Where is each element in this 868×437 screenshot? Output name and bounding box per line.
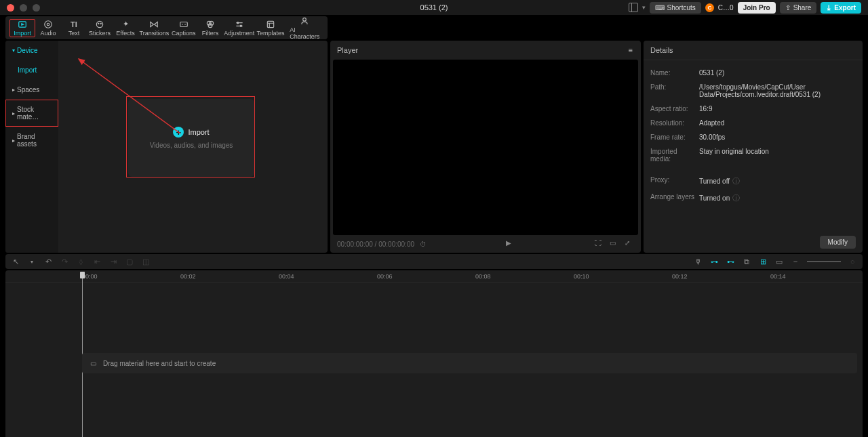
sidebar-item-import[interactable]: Import bbox=[5, 60, 58, 80]
sidebar-device-label: Device bbox=[17, 47, 38, 54]
svg-marker-8 bbox=[155, 22, 158, 26]
undo-button[interactable]: ↶ bbox=[43, 257, 53, 266]
delete-left-button[interactable]: ⇤ bbox=[92, 257, 102, 266]
audio-icon bbox=[43, 20, 53, 29]
svg-point-16 bbox=[303, 18, 307, 21]
share-label: Share bbox=[793, 4, 812, 12]
tab-stickers[interactable]: Stickers bbox=[87, 18, 113, 38]
sidebar-item-device[interactable]: ▾Device bbox=[5, 41, 58, 60]
sidebar-brand-label: Brand assets bbox=[17, 133, 52, 148]
tab-adjustment[interactable]: Adjustment bbox=[223, 18, 256, 38]
window-controls bbox=[7, 4, 40, 12]
crop-button[interactable]: ◫ bbox=[141, 257, 151, 266]
media-tab-bar: Import Audio TI Text Stickers ✦ Effects … bbox=[5, 16, 328, 39]
sidebar-item-stock-materials[interactable]: ▸Stock mate… bbox=[5, 100, 58, 127]
info-icon[interactable]: ⓘ bbox=[732, 194, 740, 202]
zoom-slider[interactable] bbox=[807, 261, 841, 262]
caret-icon: ▸ bbox=[12, 87, 15, 93]
header-actions: ▾ ⌨ Shortcuts C C…0 Join Pro ⇪ Share ⤓ E… bbox=[629, 2, 861, 14]
detail-val-proxy: Turned off bbox=[699, 178, 730, 185]
svg-marker-1 bbox=[22, 23, 24, 24]
playback-speed-icon[interactable]: ⏱ bbox=[420, 241, 427, 248]
templates-icon bbox=[266, 20, 275, 29]
zoom-in-icon[interactable]: ○ bbox=[848, 257, 857, 266]
zoom-out-icon[interactable]: − bbox=[791, 257, 800, 266]
tab-ai-characters[interactable]: AI Characters bbox=[285, 15, 323, 41]
svg-point-3 bbox=[47, 23, 50, 26]
timeline-toolbar: ↖ ▾ ↶ ↷ ⎀ ⇤ ⇥ ▢ ◫ 🎙 ⊶ ⊷ ⧉ ⊞ ▭ − ○ bbox=[5, 254, 863, 269]
ratio-icon[interactable]: ▭ bbox=[610, 239, 619, 249]
sidebar-stock-label: Stock mate… bbox=[17, 106, 52, 121]
layout-icon[interactable] bbox=[629, 3, 638, 12]
tab-captions-label: Captions bbox=[172, 30, 196, 37]
tab-import-label: Import bbox=[14, 30, 31, 37]
detail-val-resolution: Adapted bbox=[699, 119, 856, 127]
detail-val-imported: Stay in original location bbox=[699, 148, 856, 163]
tab-import[interactable]: Import bbox=[9, 19, 35, 37]
export-button[interactable]: ⤓ Export bbox=[821, 2, 861, 14]
shortcuts-button[interactable]: ⌨ Shortcuts bbox=[650, 2, 701, 14]
delete-right-button[interactable]: ⇥ bbox=[108, 257, 118, 266]
caret-icon: ▸ bbox=[12, 138, 15, 144]
user-avatar[interactable]: C bbox=[705, 3, 714, 12]
join-pro-button[interactable]: Join Pro bbox=[738, 2, 776, 14]
svg-point-4 bbox=[96, 21, 102, 27]
ruler-tick: 00:02 bbox=[180, 273, 196, 280]
split-button[interactable]: ⎀ bbox=[76, 257, 85, 266]
tab-filters[interactable]: Filters bbox=[197, 18, 223, 38]
delete-button[interactable]: ▢ bbox=[125, 257, 134, 266]
keyboard-icon: ⌨ bbox=[655, 4, 665, 12]
tab-ai-characters-label: AI Characters bbox=[290, 26, 319, 40]
ruler-tick: 00:12 bbox=[672, 273, 688, 280]
timeline-ruler[interactable]: 00:00 00:02 00:04 00:06 00:08 00:10 00:1… bbox=[5, 270, 863, 283]
tab-templates-label: Templates bbox=[256, 30, 284, 37]
tab-text[interactable]: TI Text bbox=[61, 18, 87, 38]
detail-val-path: /Users/topgus/Movies/CapCut/User Data/Pr… bbox=[699, 83, 856, 98]
sidebar-item-brand-assets[interactable]: ▸Brand assets bbox=[5, 127, 58, 154]
cursor-tool[interactable]: ↖ bbox=[11, 257, 20, 266]
stickers-icon bbox=[95, 20, 104, 29]
tab-effects[interactable]: ✦ Effects bbox=[113, 18, 138, 38]
share-button[interactable]: ⇪ Share bbox=[780, 2, 817, 14]
minimize-window[interactable] bbox=[20, 4, 27, 12]
close-window[interactable] bbox=[7, 4, 14, 12]
modify-button[interactable]: Modify bbox=[820, 236, 856, 249]
fullscreen-icon[interactable]: ⤢ bbox=[625, 239, 634, 249]
tab-adjustment-label: Adjustment bbox=[224, 30, 254, 37]
main-track-magnet-icon[interactable]: ⊶ bbox=[709, 257, 719, 266]
player-time: 00:00:00:00 / 00:00:00:00 bbox=[337, 241, 414, 248]
details-footer: Modify bbox=[644, 232, 863, 253]
link-icon[interactable]: ⧉ bbox=[742, 257, 751, 266]
tab-text-label: Text bbox=[68, 30, 80, 37]
record-icon[interactable]: 🎙 bbox=[693, 257, 703, 266]
play-button[interactable]: ▶ bbox=[506, 239, 515, 249]
timeline[interactable]: 00:00 00:02 00:04 00:06 00:08 00:10 00:1… bbox=[5, 270, 863, 437]
tab-templates[interactable]: Templates bbox=[256, 18, 286, 38]
info-icon[interactable]: ⓘ bbox=[732, 177, 740, 185]
svg-point-14 bbox=[240, 25, 241, 26]
sidebar-item-spaces[interactable]: ▸Spaces bbox=[5, 80, 58, 100]
player-viewport[interactable] bbox=[333, 60, 638, 235]
layout-dropdown[interactable]: ▾ bbox=[642, 4, 646, 11]
export-icon: ⤓ bbox=[826, 4, 831, 12]
main-area: ▾Device Import ▸Spaces ▸Stock mate… ▸Bra… bbox=[0, 39, 868, 253]
maximize-window[interactable] bbox=[33, 4, 40, 12]
cover-icon[interactable]: ▭ bbox=[774, 257, 784, 266]
caret-icon: ▸ bbox=[12, 110, 15, 117]
preview-axis-icon[interactable]: ⊞ bbox=[758, 257, 768, 266]
timeline-main-track[interactable]: ▭ Drag material here and start to create bbox=[82, 353, 857, 373]
detail-key-imported: Imported media: bbox=[650, 148, 699, 163]
highlight-annotation bbox=[126, 96, 255, 178]
auto-snap-icon[interactable]: ⊷ bbox=[726, 257, 735, 266]
cursor-dropdown[interactable]: ▾ bbox=[27, 257, 37, 266]
player-menu-icon[interactable]: ≡ bbox=[629, 46, 634, 54]
tab-audio[interactable]: Audio bbox=[35, 18, 61, 38]
media-panel: ▾Device Import ▸Spaces ▸Stock mate… ▸Bra… bbox=[5, 41, 328, 253]
svg-point-6 bbox=[100, 23, 101, 24]
focus-icon[interactable]: ⛶ bbox=[595, 239, 604, 249]
svg-point-12 bbox=[208, 23, 212, 27]
tab-transitions[interactable]: Transitions bbox=[138, 18, 170, 38]
detail-val-arrange: Turned on bbox=[699, 194, 730, 202]
tab-captions[interactable]: Captions bbox=[170, 18, 197, 38]
redo-button[interactable]: ↷ bbox=[60, 257, 69, 266]
